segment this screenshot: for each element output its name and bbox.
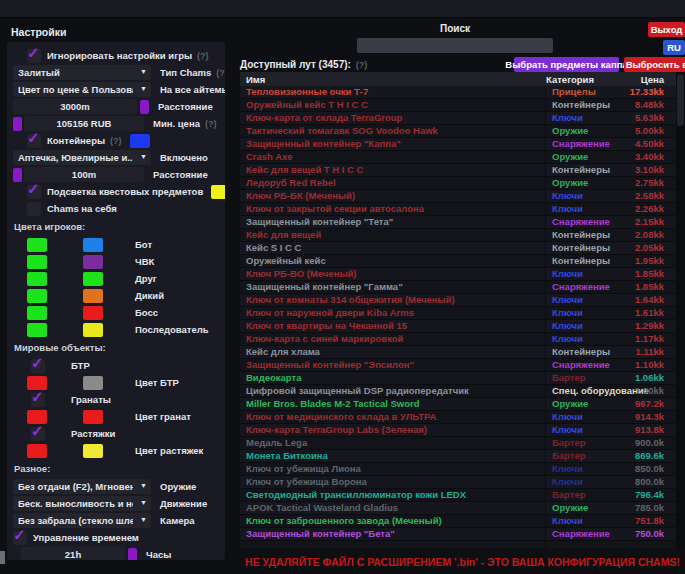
- table-row[interactable]: Ключ-карта TerraGroup Labs (Зеленая)Ключ…: [240, 424, 676, 437]
- checkbox[interactable]: [27, 202, 41, 216]
- color-swatch[interactable]: [128, 548, 137, 561]
- table-row[interactable]: Медаль LegaБартер900.0k: [240, 437, 676, 450]
- color-swatch[interactable]: [130, 134, 150, 148]
- color-swatch[interactable]: [140, 100, 149, 114]
- item-category: Оружие: [546, 151, 620, 164]
- table-row[interactable]: Защищенный контейнер "Каппа"Снаряжение4.…: [240, 138, 676, 151]
- dropdown[interactable]: Беск. выносливость и нет уста▼: [13, 496, 151, 511]
- dropdown[interactable]: Без отдачи (F2), Мгновенное п▼: [13, 479, 151, 494]
- table-row[interactable]: Ключ РБ-БК (Меченый)Ключи2.58kk: [240, 190, 676, 203]
- table-row[interactable]: Кейс для вещей T H I C CКонтейнеры3.10kk: [240, 164, 676, 177]
- table-row[interactable]: Ключ РБ-ВО (Меченый)Ключи1.85kk: [240, 268, 676, 281]
- dropdown-label: На все айтемы: [160, 84, 225, 95]
- table-row[interactable]: Ключ-карта с синей маркировкойКлючи1.17k…: [240, 333, 676, 346]
- table-row[interactable]: Кейс S I C CКонтейнеры2.05kk: [240, 242, 676, 255]
- table-row[interactable]: Ключ от убежища ЛионаКлючи850.0k: [240, 463, 676, 476]
- table-row[interactable]: Защищенный контейнер "Гамма"Снаряжение1.…: [240, 281, 676, 294]
- table-row[interactable]: Ключ от медицинского склада в УЛЬТРАКлюч…: [240, 411, 676, 424]
- color-swatch-primary[interactable]: [27, 238, 47, 252]
- checkbox-checked[interactable]: [27, 49, 41, 63]
- table-scrollbar[interactable]: [676, 72, 685, 548]
- table-row[interactable]: Ключ от комнаты 314 общежития (Меченый)К…: [240, 294, 676, 307]
- table-row[interactable]: Ключ от закрытой секции автосалонаКлючи2…: [240, 203, 676, 216]
- table-row[interactable]: Оружейный кейс T H I C CКонтейнеры8.48kk: [240, 99, 676, 112]
- table-row[interactable]: Ключ от убежища ВоронаКлючи800.0k: [240, 476, 676, 489]
- table-row[interactable]: Монета БиткоинаБартер869.6k: [240, 450, 676, 463]
- sidebar-row-check-22: Растяжки: [11, 426, 221, 441]
- search-input[interactable]: [357, 38, 553, 53]
- checkbox-checked[interactable]: [31, 359, 45, 373]
- color-swatch-secondary[interactable]: [83, 323, 103, 337]
- color-pair-label: Цвет растяжек: [135, 445, 203, 456]
- item-name: Ключ от медицинского склада в УЛЬТРА: [240, 411, 546, 424]
- value-input[interactable]: 3000m: [13, 99, 137, 114]
- checkbox-checked[interactable]: [31, 427, 45, 441]
- table-row[interactable]: Ледоруб Red RebelОружие2.75kk: [240, 177, 676, 190]
- color-swatch-secondary[interactable]: [83, 289, 103, 303]
- color-swatch[interactable]: [13, 117, 22, 131]
- table-row[interactable]: Кейс для хламаКонтейнеры1.11kk: [240, 346, 676, 359]
- table-row[interactable]: Ключ от квартиры на Чеканной 15Ключи1.29…: [240, 320, 676, 333]
- value-input[interactable]: 105156 RUB: [24, 116, 144, 131]
- item-name: Ключ от убежища Лиона: [240, 463, 546, 476]
- table-row[interactable]: Тактический томагавк SOG Voodoo HawkОруж…: [240, 125, 676, 138]
- color-swatch-primary[interactable]: [27, 306, 47, 320]
- table-row[interactable]: APOK Tactical Wasteland GladiusОружие785…: [240, 502, 676, 515]
- item-name: Кейс S I C C: [240, 242, 546, 255]
- table-row[interactable]: Оружейный кейсКонтейнеры1.95kk: [240, 255, 676, 268]
- item-category: Снаряжение: [546, 216, 620, 229]
- item-category: Снаряжение: [546, 138, 620, 151]
- checkbox-checked[interactable]: [31, 393, 45, 407]
- value-input[interactable]: 100m: [24, 167, 144, 182]
- table-row[interactable]: Светодиодный трансиллюминатор кожи LEDXБ…: [240, 489, 676, 502]
- checkbox-checked[interactable]: [27, 185, 41, 199]
- language-button[interactable]: RU: [663, 40, 685, 55]
- table-row[interactable]: Защищенный контейнер "Эпсилон"Снаряжение…: [240, 359, 676, 372]
- color-swatch-primary[interactable]: [27, 255, 47, 269]
- value-input[interactable]: 21h: [21, 547, 125, 560]
- table-row[interactable]: Защищенный контейнер "Бета"Снаряжение750…: [240, 528, 676, 541]
- table-row[interactable]: Ключ-карта от склада TerraGroupКлючи5.63…: [240, 112, 676, 125]
- table-row[interactable]: ВидеокартаБартер1.06kk: [240, 372, 676, 385]
- color-swatch-secondary[interactable]: [83, 306, 103, 320]
- drop-all-button[interactable]: Выбросить все: [624, 57, 685, 72]
- color-swatch-secondary[interactable]: [83, 255, 103, 269]
- color-swatch-primary[interactable]: [27, 272, 47, 286]
- dropdown[interactable]: Залитый▼: [13, 65, 151, 80]
- color-swatch[interactable]: [13, 168, 22, 182]
- column-header-price[interactable]: Цена: [618, 74, 676, 85]
- color-swatch-secondary[interactable]: [83, 444, 103, 458]
- dropdown[interactable]: Без забрала (стекло шлема)▼: [13, 513, 151, 528]
- table-row[interactable]: Ключ от заброшенного завода (Меченый)Клю…: [240, 515, 676, 528]
- table-row[interactable]: Кейс для вещейКонтейнеры2.08kk: [240, 229, 676, 242]
- color-swatch-primary[interactable]: [27, 323, 47, 337]
- scrollbar-thumb[interactable]: [677, 74, 684, 126]
- column-header-name[interactable]: Имя: [240, 74, 546, 85]
- checkbox-checked[interactable]: [13, 531, 27, 545]
- color-swatch-secondary[interactable]: [83, 410, 103, 424]
- color-swatch-primary[interactable]: [27, 444, 47, 458]
- table-row[interactable]: Защищенный контейнер "Тета"Снаряжение2.1…: [240, 216, 676, 229]
- color-swatch-secondary[interactable]: [83, 376, 103, 390]
- select-kappa-items-button[interactable]: Выбрать предметы каппа: [514, 57, 619, 72]
- table-row[interactable]: Miller Bros. Blades M-2 Tactical SwordОр…: [240, 398, 676, 411]
- exit-button[interactable]: Выход: [648, 22, 685, 37]
- color-swatch-secondary[interactable]: [83, 238, 103, 252]
- table-row[interactable]: Crash AxeОружие3.40kk: [240, 151, 676, 164]
- item-price: 785.0k: [620, 502, 676, 515]
- dropdown[interactable]: Аптечка, Ювелирные и...▼: [13, 150, 151, 165]
- item-price: 751.8k: [620, 515, 676, 528]
- checkbox-checked[interactable]: [27, 134, 41, 148]
- column-header-category[interactable]: Категория: [546, 74, 618, 85]
- color-swatch-secondary[interactable]: [83, 272, 103, 286]
- table-row[interactable]: Цифровой защищенный DSP радиопередатчикС…: [240, 385, 676, 398]
- table-row[interactable]: [240, 541, 676, 548]
- table-row[interactable]: Ключ от наружной двери Kiba ArmsКлючи1.6…: [240, 307, 676, 320]
- color-swatch[interactable]: [211, 185, 225, 199]
- color-swatch-primary[interactable]: [27, 289, 47, 303]
- window-edge-handle[interactable]: [0, 551, 5, 564]
- table-row[interactable]: Тепловизионные очки Т-7Прицелы17.33kk: [240, 86, 676, 99]
- item-price: 1.85kk: [620, 268, 676, 281]
- item-name: Монета Биткоина: [240, 450, 546, 463]
- dropdown[interactable]: Цвет по цене & Пользователь▼: [13, 82, 151, 97]
